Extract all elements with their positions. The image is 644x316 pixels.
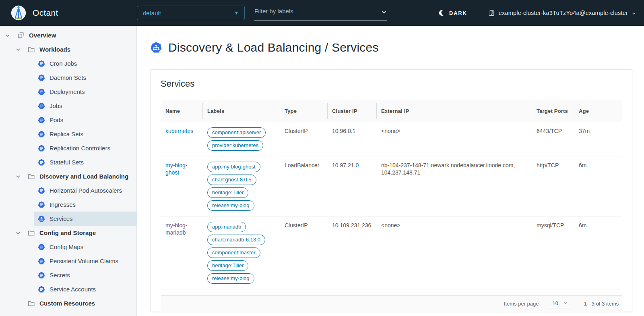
- namespace-value: default: [143, 10, 161, 17]
- namespace-select[interactable]: default ▼: [137, 6, 245, 20]
- sidebar-item-pods[interactable]: Pods: [0, 113, 136, 127]
- cell-name: kubernetes: [161, 122, 202, 156]
- cell-target-ports: http/TCP: [532, 156, 574, 216]
- sidebar-item-stateful-sets[interactable]: Stateful Sets: [0, 155, 136, 169]
- chevron-down-icon[interactable]: [5, 33, 10, 38]
- theme-toggle-button[interactable]: DARK: [436, 9, 470, 17]
- sidebar-item-label: Persistent Volume Claims: [50, 258, 118, 264]
- config-maps-icon: [37, 243, 45, 251]
- label-pill[interactable]: provider:kubernetes: [207, 140, 263, 151]
- column-header-name: Name: [161, 100, 202, 122]
- sidebar-item-daemon-sets[interactable]: Daemon Sets: [0, 71, 136, 85]
- cell-labels: app:my-blog-ghostchart:ghost-8.0.5herita…: [202, 156, 280, 216]
- sidebar-item-label: Horizontal Pod Autoscalers: [50, 187, 122, 194]
- cell-type: ClusterIP: [280, 216, 327, 289]
- column-header-target-ports: Target Ports: [532, 100, 574, 122]
- label-pill[interactable]: app:my-blog-ghost: [207, 162, 260, 172]
- cell-cluster-ip: 10.109.231.236: [327, 216, 376, 289]
- sidebar-item-replication-controllers[interactable]: Replication Controllers: [0, 141, 136, 155]
- cell-labels: component:apiserverprovider:kubernetes: [202, 122, 280, 156]
- sidebar-item-label: Services: [50, 215, 73, 222]
- replica-sets-icon: [37, 130, 45, 138]
- chevron-down-icon[interactable]: [15, 174, 21, 179]
- secrets-icon: [37, 271, 45, 279]
- sidebar-item-label: Deployments: [50, 88, 85, 95]
- sidebar-item-config-maps[interactable]: Config Maps: [0, 240, 136, 254]
- page-title: Discovery & Load Balancing / Services: [168, 41, 379, 54]
- sidebar-item-label: Stateful Sets: [50, 159, 84, 166]
- label-pill[interactable]: heritage:Tiller: [207, 187, 248, 198]
- label-pill[interactable]: release:my-blog: [207, 200, 254, 211]
- sidebar-item-label: Pods: [50, 116, 63, 123]
- services-card: Services NameLabelsTypeCluster IPExterna…: [150, 69, 632, 312]
- column-header-external-ip: External IP: [376, 100, 532, 122]
- sidebar-item-discovery-and-load-balancing[interactable]: Discovery and Load Balancing: [0, 169, 136, 183]
- sidebar-item-overview[interactable]: Overview: [0, 28, 136, 42]
- label-filter-input[interactable]: [254, 8, 381, 15]
- service-heptagon-icon: [150, 42, 162, 54]
- sidebar-item-replica-sets[interactable]: Replica Sets: [0, 127, 136, 141]
- label-pill[interactable]: app:mariadb: [207, 222, 246, 232]
- overview-icon: [17, 31, 25, 39]
- cell-external-ip: <none>: [376, 216, 532, 289]
- sidebar-item-ingresses[interactable]: Ingresses: [0, 198, 136, 212]
- service-link[interactable]: my-blog-ghost: [165, 162, 187, 176]
- sidebar-item-label: Workloads: [39, 46, 70, 53]
- table-row: kubernetescomponent:apiserverprovider:ku…: [161, 122, 622, 156]
- sidebar-item-config-and-storage[interactable]: Config and Storage: [0, 226, 136, 240]
- cell-external-ip: nb-104-237-148-71.newark.nodebalancer.li…: [376, 156, 532, 216]
- sidebar-item-label: Overview: [29, 32, 56, 39]
- page-header: Discovery & Load Balancing / Services: [150, 40, 644, 55]
- label-pill[interactable]: release:my-blog: [207, 273, 254, 284]
- sidebar-item-jobs[interactable]: Jobs: [0, 99, 136, 113]
- sidebar-item-label: Replica Sets: [50, 131, 83, 137]
- cell-labels: app:mariadbchart:mariadb-6.13.0component…: [202, 216, 280, 289]
- jobs-icon: [37, 102, 45, 110]
- cluster-chevron-down-icon: [632, 11, 636, 16]
- brand-title: Octant: [33, 8, 58, 18]
- sidebar-item-secrets[interactable]: Secrets: [0, 268, 136, 282]
- services-icon: [37, 215, 45, 222]
- label-pill[interactable]: chart:ghost-8.0.5: [207, 175, 256, 185]
- sidebar-item-label: Jobs: [50, 102, 62, 109]
- cell-age: 6m: [574, 156, 622, 216]
- chevron-down-icon[interactable]: [15, 47, 21, 52]
- label-pill[interactable]: chart:mariadb-6.13.0: [207, 235, 265, 245]
- sidebar-item-label: Config and Storage: [39, 229, 96, 236]
- cluster-name: example-cluster-ka3TuTzYo4a@example-clus…: [499, 10, 628, 16]
- label-pill[interactable]: component:apiserver: [207, 127, 266, 138]
- chevron-down-icon[interactable]: [15, 230, 21, 236]
- filter-chevron-down-icon[interactable]: [381, 9, 387, 15]
- sidebar-item-horizontal-pod-autoscalers[interactable]: Horizontal Pod Autoscalers: [0, 183, 136, 198]
- theme-toggle-label: DARK: [449, 10, 467, 16]
- persistent-volume-claims-icon: [37, 257, 45, 265]
- sidebar-item-services[interactable]: Services: [0, 212, 136, 226]
- sidebar-item-cron-jobs[interactable]: Cron Jobs: [0, 56, 136, 71]
- sidebar-item-deployments[interactable]: Deployments: [0, 85, 136, 99]
- label-pill[interactable]: heritage:Tiller: [207, 260, 248, 271]
- cluster-selector[interactable]: example-cluster-ka3TuTzYo4a@example-clus…: [488, 10, 636, 17]
- sidebar-item-persistent-volume-claims[interactable]: Persistent Volume Claims: [0, 254, 136, 268]
- column-header-type: Type: [280, 100, 327, 122]
- column-header-cluster-ip: Cluster IP: [327, 100, 376, 122]
- service-link[interactable]: kubernetes: [165, 128, 193, 134]
- sidebar-item-label: Replication Controllers: [50, 145, 110, 152]
- cell-age: 37m: [574, 122, 622, 156]
- cell-type: LoadBalancer: [280, 156, 327, 216]
- daemon-sets-icon: [37, 74, 45, 81]
- items-per-page-select[interactable]: 10: [548, 299, 570, 308]
- sidebar-item-label: Ingresses: [50, 201, 76, 208]
- service-accounts-icon: [37, 285, 45, 293]
- cell-name: my-blog-mariadb: [161, 216, 202, 289]
- deployments-icon: [37, 88, 45, 96]
- service-link[interactable]: my-blog-mariadb: [165, 222, 187, 236]
- sidebar-item-service-accounts[interactable]: Service Accounts: [0, 282, 136, 296]
- octant-logo-icon: [10, 5, 27, 21]
- label-pill[interactable]: component:master: [207, 247, 260, 258]
- label-filter: [254, 5, 387, 21]
- sidebar-item-custom-resources[interactable]: Custom Resources: [0, 296, 136, 310]
- sidebar-item-workloads[interactable]: Workloads: [0, 42, 136, 56]
- sidebar-item-label: Discovery and Load Balancing: [39, 173, 128, 180]
- card-title: Services: [161, 79, 622, 89]
- pods-icon: [37, 116, 45, 124]
